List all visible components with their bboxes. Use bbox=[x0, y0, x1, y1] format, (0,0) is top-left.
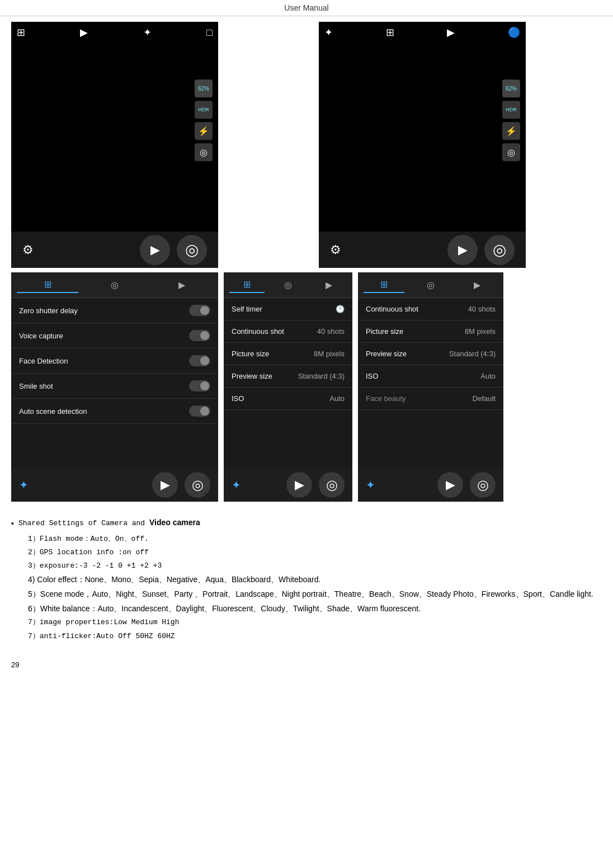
settings-tab-video-right[interactable]: ▶ bbox=[457, 277, 498, 293]
cam-gear-right[interactable]: ⚙ bbox=[330, 243, 341, 257]
smile-shot-toggle[interactable] bbox=[189, 380, 210, 391]
settings-video-btn-right[interactable]: ▶ bbox=[437, 472, 463, 498]
cam-icon-video: ▶ bbox=[80, 26, 88, 39]
text-item-4: 4) Color effect：None、Mono、Sepia、Negative… bbox=[11, 573, 602, 587]
settings-bottom-bar-left: ✦ ▶ ◎ bbox=[11, 468, 218, 502]
settings-tabs-right: ⊞ ◎ ▶ bbox=[358, 272, 503, 298]
text-item-3: 3）exposure:-3 -2 -1 0 +1 +2 +3 bbox=[11, 560, 602, 572]
settings-tabs-left: ⊞ ◎ ▶ bbox=[11, 272, 218, 298]
cam-right-icons-left: 62% HDR ⚡ ◎ bbox=[195, 79, 213, 161]
settings-btn-group-right: ▶ ◎ bbox=[437, 472, 496, 498]
cam-icon-star-r: ✦ bbox=[324, 26, 333, 39]
settings-video-btn-left[interactable]: ▶ bbox=[152, 472, 178, 498]
self-timer-label: Self timer bbox=[232, 305, 262, 313]
settings-tab-camera-mid[interactable]: ◎ bbox=[270, 277, 305, 293]
cam-icon-blue-r: 🔵 bbox=[508, 26, 520, 39]
settings-tab-adjust-left[interactable]: ⊞ bbox=[17, 277, 78, 293]
text-item-4-text: Color effect：None、Mono、Sepia、Negative、Aq… bbox=[37, 575, 320, 584]
cam-bottom-bar-left: ⚙ ▶ ◎ bbox=[11, 232, 218, 268]
text-item-5: 5）Scene mode，Auto、Night、Sunset、Party 、Po… bbox=[11, 588, 602, 601]
capture-icon-left: ◎ bbox=[185, 240, 199, 259]
settings-item-picture-size-mid: Picture size 8M pixels bbox=[224, 343, 352, 365]
iso-label-right: ISO bbox=[366, 372, 378, 380]
page-number-container: 29 bbox=[0, 661, 613, 674]
picture-size-label-mid: Picture size bbox=[232, 350, 269, 358]
face-detection-toggle[interactable] bbox=[189, 355, 210, 366]
settings-list-mid: Self timer 🕐 Continuous shot 40 shots Pi… bbox=[224, 298, 352, 410]
capture-icon-right: ◎ bbox=[493, 240, 506, 259]
settings-item-auto-scene: Auto scene detection bbox=[11, 399, 218, 424]
settings-item-iso-right: ISO Auto bbox=[358, 365, 503, 388]
continuous-shot-value-mid: 40 shots bbox=[317, 327, 345, 336]
iso-value-mid: Auto bbox=[329, 394, 345, 403]
cam-capture-btn-right[interactable]: ◎ bbox=[484, 235, 515, 265]
cam-shoot-left: ◎ bbox=[195, 143, 213, 161]
settings-tab-adjust-mid[interactable]: ⊞ bbox=[229, 277, 265, 293]
camera-panel-right: ✦ ⊞ ▶ 🔵 62% HDR ⚡ ◎ ⚙ ▶ bbox=[319, 22, 526, 268]
cam-flash-left: ⚡ bbox=[195, 122, 213, 140]
settings-capture-btn-mid[interactable]: ◎ bbox=[319, 472, 345, 498]
settings-tab-video-mid[interactable]: ▶ bbox=[312, 277, 347, 293]
iso-value-right: Auto bbox=[480, 372, 496, 380]
settings-list-right: Continuous shot 40 shots Picture size 8M… bbox=[358, 298, 503, 410]
settings-panel-left: ⊞ ◎ ▶ Zero shutter delay Voice capture F… bbox=[11, 272, 218, 502]
cam-capture-btn-left[interactable]: ◎ bbox=[177, 235, 207, 265]
face-beauty-value: Default bbox=[473, 394, 496, 403]
face-detection-label: Face Detection bbox=[19, 357, 68, 365]
settings-item-voice-capture: Voice capture bbox=[11, 323, 218, 348]
auto-scene-label: Auto scene detection bbox=[19, 407, 87, 416]
text-item-5-num: 5） bbox=[28, 589, 40, 598]
preview-size-value-mid: Standard (4:3) bbox=[298, 372, 345, 380]
settings-capture-btn-right[interactable]: ◎ bbox=[470, 472, 496, 498]
voice-capture-toggle[interactable] bbox=[189, 330, 210, 341]
bullet-dot: • bbox=[11, 517, 14, 531]
settings-gear-right[interactable]: ✦ bbox=[366, 478, 375, 492]
text-item-6: 6）White balance：Auto、Incandescent、Daylig… bbox=[11, 602, 602, 616]
settings-btn-group-left: ▶ ◎ bbox=[152, 472, 210, 498]
settings-item-preview-size-right: Preview size Standard (4:3) bbox=[358, 343, 503, 365]
settings-tab-adjust-right[interactable]: ⊞ bbox=[364, 277, 404, 293]
settings-tab-camera-right[interactable]: ◎ bbox=[410, 277, 451, 293]
preview-size-label-right: Preview size bbox=[366, 350, 407, 358]
settings-item-face-detection: Face Detection bbox=[11, 348, 218, 374]
settings-item-face-beauty: Face beauty Default bbox=[358, 388, 503, 410]
page-header: User Manual bbox=[0, 0, 613, 16]
settings-item-smile-shot: Smile shot bbox=[11, 374, 218, 399]
bullet-bold: Video camera bbox=[149, 518, 200, 527]
continuous-shot-label-mid: Continuous shot bbox=[232, 327, 284, 336]
picture-size-value-mid: 8M pixels bbox=[314, 350, 345, 358]
face-beauty-label: Face beauty bbox=[366, 394, 406, 403]
text-content: • Shared Settings of Camera and Video ca… bbox=[11, 511, 602, 649]
auto-scene-toggle[interactable] bbox=[189, 405, 210, 417]
cam-battery-left: 62% bbox=[195, 79, 213, 97]
settings-gear-left[interactable]: ✦ bbox=[19, 478, 29, 492]
settings-item-picture-size-right: Picture size 8M pixels bbox=[358, 320, 503, 343]
cam-top-icons-left: ⊞ ▶ ✦ □ bbox=[11, 22, 218, 43]
cam-hdr-right: HDR bbox=[502, 101, 520, 119]
header-title: User Manual bbox=[284, 3, 328, 12]
settings-list-left: Zero shutter delay Voice capture Face De… bbox=[11, 298, 218, 424]
settings-item-preview-size-mid: Preview size Standard (4:3) bbox=[224, 365, 352, 388]
cam-video-btn-right[interactable]: ▶ bbox=[447, 235, 478, 265]
settings-item-self-timer: Self timer 🕐 bbox=[224, 298, 352, 320]
settings-video-btn-mid[interactable]: ▶ bbox=[286, 472, 312, 498]
settings-capture-btn-left[interactable]: ◎ bbox=[185, 472, 210, 498]
picture-size-value-right: 8M pixels bbox=[465, 327, 496, 336]
settings-gear-mid[interactable]: ✦ bbox=[232, 478, 241, 492]
settings-tabs-mid: ⊞ ◎ ▶ bbox=[224, 272, 352, 298]
cam-battery-right: 62% bbox=[502, 79, 520, 97]
cam-gear-left[interactable]: ⚙ bbox=[22, 243, 34, 257]
camera-panels-gap bbox=[218, 22, 313, 268]
settings-tab-video-left[interactable]: ▶ bbox=[151, 277, 213, 293]
settings-tab-camera-left[interactable]: ◎ bbox=[84, 277, 145, 293]
cam-video-btn-left[interactable]: ▶ bbox=[140, 235, 170, 265]
cam-icon-img-r: ▶ bbox=[447, 26, 455, 39]
voice-capture-label: Voice capture bbox=[19, 332, 63, 340]
cam-hdr-left: HDR bbox=[195, 101, 213, 119]
text-item-7b: 7）anti-flicker:Auto Off 50HZ 60HZ bbox=[11, 630, 602, 643]
smile-shot-label: Smile shot bbox=[19, 382, 53, 390]
text-item-7a: 7）image properties:Low Medium High bbox=[11, 616, 602, 629]
video-icon-right: ▶ bbox=[458, 243, 468, 257]
zero-shutter-toggle[interactable] bbox=[189, 305, 210, 316]
text-item-5-text: Scene mode，Auto、Night、Sunset、Party 、Port… bbox=[40, 589, 593, 598]
